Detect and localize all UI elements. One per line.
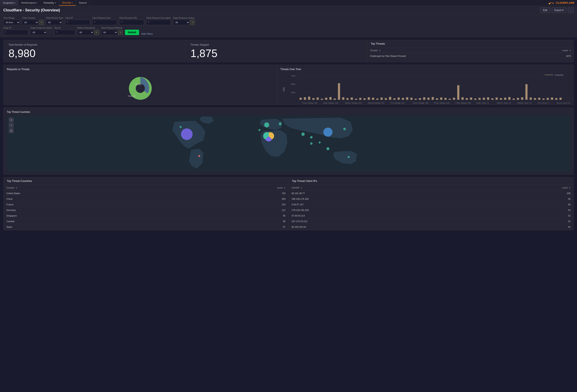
time-range-select[interactable]: All time (3, 20, 20, 25)
client-request-host-input[interactable] (92, 20, 117, 25)
more-button[interactable]: ... (568, 7, 574, 13)
time-range-filter: Time Range All time (3, 17, 20, 25)
svg-rect-37 (393, 98, 396, 100)
svg-rect-36 (389, 97, 391, 100)
page-header: Cloudflare - Security (Overview) Edit Ex… (0, 6, 577, 15)
country-sort-icon: ⇅ (16, 187, 17, 189)
ip-count: 56 (466, 202, 573, 207)
client-device-type-select[interactable]: All (46, 20, 63, 25)
user-agent-input[interactable] (146, 20, 171, 25)
svg-point-103 (279, 122, 282, 125)
svg-rect-65 (513, 98, 515, 100)
ip-sort-icon: ⇅ (301, 187, 302, 189)
reliability-arrow-icon: ▾ (55, 2, 56, 4)
svg-rect-40 (406, 97, 408, 100)
ip-count-sort-icon: ⇅ (569, 187, 571, 189)
threats-stopped-value: 1,875 (190, 48, 362, 59)
svg-text:Fri May 24: Fri May 24 (390, 102, 404, 104)
client-ip-filter: Client IP (65, 17, 90, 25)
client-request-uri-input[interactable] (119, 20, 144, 25)
svg-rect-62 (500, 98, 502, 100)
svg-point-93 (181, 128, 193, 140)
svg-text:50: 50 (291, 83, 295, 85)
svg-rect-47 (436, 98, 438, 100)
client-ip-address: 188.166.176.184 (289, 196, 465, 202)
worker-subrequest-select[interactable]: All (77, 30, 94, 35)
threats-sort-icon: ⇅ (379, 50, 381, 52)
worker-subrequest-clear[interactable]: ✕ (94, 30, 99, 35)
pie-chart-container: Threats Requests (7, 73, 274, 102)
total-requests-value: 8,980 (8, 48, 180, 59)
svg-point-107 (258, 129, 260, 131)
svg-text:Mon Jun 3: Mon Jun 3 (497, 102, 511, 104)
map-camera[interactable]: ⊡ (9, 128, 13, 133)
map-zoom-in[interactable]: + (9, 118, 13, 122)
ip-row: 188.166.176.18456 (289, 196, 573, 202)
ip-row: 46.105.182.5452 (289, 225, 573, 229)
nav-reliability[interactable]: Reliability ▾ (40, 0, 59, 6)
client-device-type-filter: Client Device Type All (46, 17, 63, 25)
country-row: China359 (4, 196, 288, 202)
svg-rect-66 (517, 98, 519, 100)
svg-point-100 (310, 142, 313, 145)
origin-ip-input[interactable] (3, 30, 28, 35)
svg-rect-20 (321, 99, 323, 100)
client-ip-input[interactable] (65, 20, 90, 25)
pie-chart: Threats Requests (124, 73, 157, 102)
ip-count-col-header: count ⇅ (466, 185, 573, 190)
svg-rect-52 (457, 85, 459, 100)
svg-text:75: 75 (291, 75, 295, 77)
svg-rect-19 (317, 98, 319, 100)
hide-filters-button[interactable]: Hide Filters (141, 33, 153, 35)
svg-text:Sat May 18: Sat May 18 (323, 102, 338, 104)
origin-ip-filter: Origin IP (3, 27, 28, 35)
edge-response-clear[interactable]: ✕ (190, 20, 195, 25)
top-navigation: Snapshot ▾ Performance ▾ Reliability ▾ S… (0, 0, 577, 6)
svg-rect-41 (410, 98, 412, 100)
ray-id-input[interactable] (54, 30, 75, 35)
svg-rect-59 (487, 97, 489, 100)
client-country-select[interactable]: All (22, 20, 38, 25)
threats-over-time-card: Threats Over Time 75 50 25 count (277, 65, 574, 105)
map-controls: + − ⊡ (9, 118, 13, 133)
export-button[interactable]: Export ▾ (552, 7, 566, 13)
svg-rect-22 (329, 97, 331, 100)
countries-table: Country ⇅ count ⇅ United States730China3… (3, 185, 288, 230)
export-arrow-icon: ▾ (562, 9, 564, 12)
nav-search[interactable]: Search (76, 0, 90, 6)
submit-button[interactable]: Submit (125, 30, 139, 35)
svg-text:Sun May 26: Sun May 26 (412, 102, 428, 104)
client-request-method-select[interactable]: All (101, 30, 118, 35)
country-name: France (4, 202, 169, 207)
ip-row: 107.170.23.21252 (289, 219, 573, 224)
nav-snapshot[interactable]: Snapshot ▾ (0, 0, 18, 6)
client-request-method-clear[interactable]: ✕ (118, 30, 123, 35)
edge-response-status-select[interactable]: All (173, 20, 190, 25)
country-count-col-header: count ⇅ (169, 185, 288, 190)
svg-rect-43 (419, 98, 421, 100)
nav-performance[interactable]: Performance ▾ (18, 0, 41, 6)
svg-text:count: count (555, 74, 563, 76)
client-ips-table-card: Top Threat Client IPs ClientIP ⇅ count ⇅ (289, 177, 574, 230)
nav-security[interactable]: Security ▾ (59, 0, 76, 6)
country-row: Germany112 (4, 208, 288, 213)
edge-response-status-filter: Edge Response Status All ✕ (173, 17, 195, 25)
threats-stopped-card: Threats Stopped 1,875 (185, 40, 368, 62)
requests-vs-threats-card: Requests vs Threats Threats Requests (3, 65, 277, 105)
ip-count: 52 (466, 219, 573, 224)
ip-row: 5.56.57.14756 (289, 202, 573, 207)
filters-bar: Time Range All time Client Country All ✕… (0, 15, 577, 37)
svg-rect-25 (342, 97, 344, 100)
client-ip-address: 60.191.38.77 (289, 191, 465, 196)
svg-point-96 (301, 132, 305, 136)
svg-rect-53 (462, 97, 464, 100)
client-country-clear[interactable]: ✕ (39, 20, 44, 25)
requests-vs-threats-title: Requests vs Threats (7, 68, 274, 71)
map-title: Top Threat Countries (7, 111, 570, 113)
countries-table-header: Top Threat Countries (3, 177, 288, 185)
svg-rect-15 (299, 98, 302, 100)
origin-response-status-select[interactable]: All (30, 30, 47, 35)
svg-rect-44 (423, 97, 425, 100)
map-zoom-out[interactable]: − (9, 123, 13, 128)
edit-button[interactable]: Edit (540, 7, 550, 13)
